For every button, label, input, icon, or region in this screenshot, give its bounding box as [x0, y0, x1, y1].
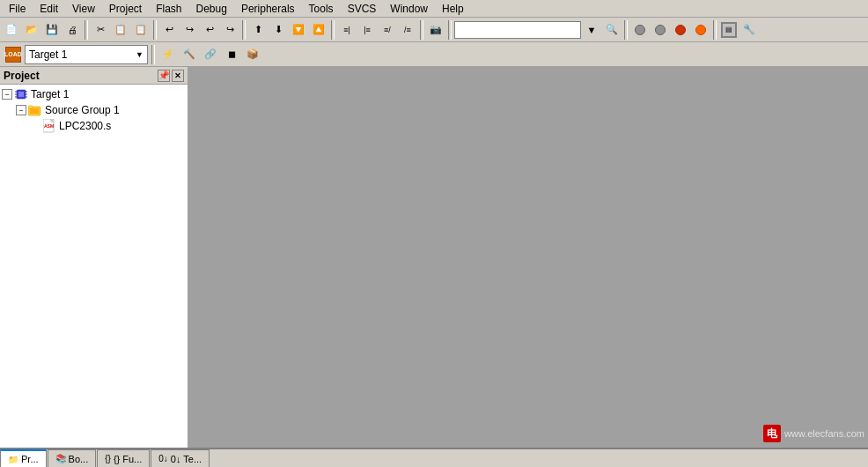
tab-books-label: Bo...: [69, 454, 89, 464]
content-area: [189, 67, 868, 448]
target-label: Target 1: [29, 48, 136, 61]
find-button[interactable]: 🔍: [602, 20, 622, 40]
source-group-icon: [28, 103, 42, 117]
wrench-button[interactable]: 🔧: [739, 20, 759, 40]
watermark-text: www.elecfans.com: [784, 428, 864, 439]
project-panel-title: Project: [4, 70, 40, 82]
indent3-button[interactable]: ≡/: [378, 20, 397, 40]
main-layout: Project 📌 ✕ −: [0, 67, 868, 448]
tab-templates[interactable]: 0↓ 0↓ Te...: [151, 449, 210, 467]
tree-item-lpc2300[interactable]: ASM LPC2300.s: [0, 118, 188, 134]
tab-books-icon: 📚: [55, 454, 66, 463]
config-panel-button[interactable]: ▤: [719, 20, 739, 40]
sep-4: [331, 20, 335, 40]
sep-3: [242, 20, 246, 40]
bottom-tabs: 📁 Pr... 📚 Bo... {} {} Fu... 0↓ 0↓ Te...: [0, 448, 868, 467]
new-file-button[interactable]: 📄: [2, 20, 21, 40]
menu-tools[interactable]: Tools: [302, 1, 341, 17]
target-icon: [14, 87, 28, 101]
toolbar-row-2: LOAD Target 1 ▼ ⚡ 🔨 🔗 ◼ 📦: [0, 42, 868, 67]
status-circle-grey[interactable]: [630, 20, 650, 40]
tree-expand-source-group[interactable]: −: [16, 105, 26, 115]
copy-button[interactable]: 📋: [111, 20, 130, 40]
panel-header-buttons: 📌 ✕: [158, 70, 184, 82]
tab-functions-label: {} Fu...: [114, 454, 142, 464]
tab-project-label: Pr...: [21, 454, 39, 464]
undo2-button[interactable]: ↩: [200, 20, 219, 40]
menu-flash[interactable]: Flash: [149, 1, 188, 17]
load-icon-button[interactable]: LOAD: [4, 45, 23, 64]
tab-books[interactable]: 📚 Bo...: [48, 449, 97, 467]
tree-label-source-group: Source Group 1: [45, 104, 120, 116]
sep-t1: [151, 45, 155, 64]
sep-1: [85, 20, 88, 40]
project-tree: − Target 1: [0, 85, 188, 448]
redo-button[interactable]: ↪: [180, 20, 199, 40]
tab-functions[interactable]: {} {} Fu...: [97, 449, 150, 467]
menu-debug[interactable]: Debug: [189, 1, 234, 17]
undo-button[interactable]: ↩: [159, 20, 179, 40]
menu-window[interactable]: Window: [383, 1, 435, 17]
download-button[interactable]: 📦: [243, 45, 262, 64]
search-input[interactable]: [457, 25, 578, 35]
indent4-button[interactable]: /≡: [398, 20, 417, 40]
indent2-button[interactable]: |≡: [357, 20, 377, 40]
status-circle-orange[interactable]: [691, 20, 710, 40]
menu-view[interactable]: View: [65, 1, 102, 17]
menu-bar: File Edit View Project Flash Debug Perip…: [0, 0, 868, 18]
stop-build-button[interactable]: ◼: [222, 45, 241, 64]
paste-button[interactable]: 📋: [131, 20, 151, 40]
toolbar-row-1: 📄 📂 💾 🖨 ✂ 📋 📋 ↩ ↪ ↩ ↪ ⬆ ⬇ 🔽 🔼 ≡| |≡ ≡/ /…: [0, 18, 868, 42]
menu-project[interactable]: Project: [102, 1, 149, 17]
watermark-icon: 电: [763, 425, 781, 442]
tab-project-icon: 📁: [8, 455, 18, 464]
open-file-button[interactable]: 📂: [22, 20, 41, 40]
svg-rect-10: [30, 108, 39, 114]
svg-rect-1: [18, 92, 24, 97]
menu-file[interactable]: File: [2, 1, 33, 17]
tree-expand-target[interactable]: −: [2, 89, 12, 100]
sep-5: [420, 20, 423, 40]
build-target-button[interactable]: ⚡: [158, 45, 178, 64]
svg-text:ASM: ASM: [44, 123, 54, 129]
tree-item-source-group[interactable]: − Source Group 1: [0, 102, 188, 118]
rebuild-button[interactable]: 🔨: [180, 45, 199, 64]
search-field[interactable]: [454, 21, 581, 39]
menu-help[interactable]: Help: [435, 1, 471, 17]
search-button[interactable]: ▼: [582, 20, 601, 40]
panel-pin-button[interactable]: 📌: [158, 70, 170, 82]
tree-label-lpc2300: LPC2300.s: [59, 120, 111, 132]
menu-peripherals[interactable]: Peripherals: [234, 1, 302, 17]
project-panel: Project 📌 ✕ −: [0, 67, 189, 448]
status-circle-grey2[interactable]: [651, 20, 670, 40]
indent-button[interactable]: ≡|: [337, 20, 357, 40]
panel-close-button[interactable]: ✕: [172, 70, 184, 82]
watermark: 电 www.elecfans.com: [763, 425, 864, 442]
nav3-button[interactable]: 🔽: [289, 20, 308, 40]
tab-templates-icon: 0↓: [158, 454, 168, 463]
tab-templates-label: 0↓ Te...: [171, 454, 202, 464]
sep-7: [624, 20, 628, 40]
sep-8: [713, 20, 717, 40]
save-button[interactable]: 💾: [42, 20, 62, 40]
svg-rect-13: [51, 119, 54, 122]
redo2-button[interactable]: ↪: [220, 20, 239, 40]
tab-functions-icon: {}: [105, 454, 111, 463]
snapshot-button[interactable]: 📷: [426, 20, 445, 40]
cut-button[interactable]: ✂: [91, 20, 110, 40]
nav4-button[interactable]: 🔼: [309, 20, 328, 40]
sep-2: [153, 20, 157, 40]
menu-edit[interactable]: Edit: [33, 1, 65, 17]
menu-svcs[interactable]: SVCS: [341, 1, 384, 17]
tab-project[interactable]: 📁 Pr...: [0, 449, 47, 467]
tree-label-target: Target 1: [31, 88, 69, 100]
svg-rect-9: [28, 106, 33, 108]
tree-item-target[interactable]: − Target 1: [0, 86, 188, 102]
status-circle-red[interactable]: [671, 20, 690, 40]
sep-6: [448, 20, 452, 40]
nav2-button[interactable]: ⬇: [268, 20, 288, 40]
save-all-button[interactable]: 🖨: [63, 20, 82, 40]
translate-button[interactable]: 🔗: [201, 45, 220, 64]
nav1-button[interactable]: ⬆: [248, 20, 268, 40]
target-dropdown[interactable]: Target 1 ▼: [25, 45, 148, 64]
